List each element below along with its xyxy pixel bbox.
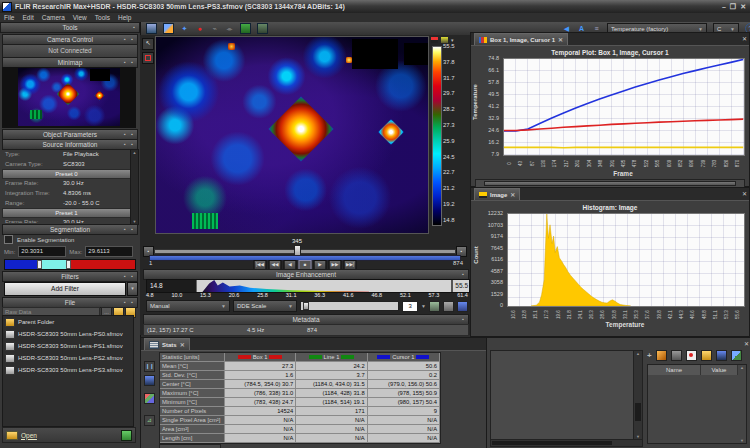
thermal-image[interactable] <box>155 36 429 234</box>
panes-icon[interactable] <box>146 23 157 34</box>
pause-icon[interactable]: ❙❙ <box>144 361 155 372</box>
enhancement-histogram-strip[interactable]: 14.8 55.5 <box>146 279 470 293</box>
edit-pen-icon[interactable] <box>656 350 667 361</box>
chart-export-icon[interactable]: ⊿ <box>144 415 155 426</box>
tab-temporal-plot[interactable]: Box 1, Image, Cursor 1 ✕ <box>474 33 568 45</box>
watch-vscrollbar[interactable]: ▲ ▼ <box>633 350 643 440</box>
filter-size-spinner[interactable]: 3 <box>402 301 418 312</box>
apply-button[interactable] <box>457 301 468 312</box>
filters-header[interactable]: Filters ▪ ▪ <box>2 271 138 282</box>
panel-menu-icon[interactable]: ▪ <box>133 23 137 32</box>
value-column-header[interactable]: Value <box>701 365 738 375</box>
dde-slider[interactable] <box>300 301 399 311</box>
tab-stats[interactable]: Stats ✕ <box>144 338 190 350</box>
menu-item-tools[interactable]: Tools <box>95 14 110 21</box>
record-doc-icon[interactable] <box>686 350 697 361</box>
maximize-button[interactable]: ❒ <box>730 3 736 11</box>
tab-close-icon[interactable]: ✕ <box>180 341 185 348</box>
menu-item-help[interactable]: Help <box>118 14 131 21</box>
lock-icon[interactable] <box>443 301 454 312</box>
menu-item-camera[interactable]: Camera <box>42 14 65 21</box>
file-item[interactable]: HSDR-SC8303 50mm Lens-PS1.sfmov <box>3 340 133 352</box>
stats-hscrollbar[interactable] <box>159 444 221 448</box>
close-button[interactable]: ✕ <box>740 3 746 11</box>
segmentation-max-input[interactable]: 29.6113 <box>85 246 133 257</box>
enhancement-tick-label: 41.6 <box>343 292 354 299</box>
file-item[interactable]: HSDR-SC8303 50mm Lens-PS2.sfmov <box>3 352 133 364</box>
overlay-icon[interactable] <box>240 23 251 34</box>
tag-icon[interactable]: ⌯ <box>225 24 234 33</box>
open-link[interactable]: Open <box>21 432 37 439</box>
panel-menu-icon[interactable]: ▪ <box>462 315 466 324</box>
panel-menu-icon[interactable]: ▪ ▪ <box>124 58 135 67</box>
panel-menu-icon[interactable]: ▪ ▪ <box>124 130 135 139</box>
cursor-tool-icon[interactable]: ↖ <box>142 38 154 50</box>
settings-icon[interactable] <box>671 350 682 361</box>
stats-tab-bar: Stats ✕ <box>141 338 487 351</box>
color-scale-bar[interactable] <box>432 46 442 226</box>
scroll-up-icon[interactable]: ▲ <box>634 351 642 356</box>
panel-menu-icon[interactable]: ▪ ▪ <box>124 272 135 281</box>
file-item[interactable]: HSDR-SC8303 50mm Lens-PS0.sfmov <box>3 328 133 340</box>
add-icon[interactable]: + <box>647 351 652 360</box>
enhancement-high-handle[interactable] <box>451 280 453 292</box>
enhancement-mode-dropdown[interactable]: Manual ▼ <box>146 300 230 312</box>
tab-image-histogram[interactable]: Image ✕ <box>474 188 520 200</box>
layers-icon[interactable] <box>257 23 268 34</box>
scroll-up-icon[interactable]: ▲ <box>738 365 746 375</box>
watch-hscrollbar[interactable] <box>490 439 643 447</box>
refresh-icon[interactable] <box>121 430 132 441</box>
folder-icon[interactable] <box>701 350 712 361</box>
panel-menu-icon[interactable]: ▪ ▪ <box>124 35 135 44</box>
tab-close-icon[interactable]: ✕ <box>510 191 515 198</box>
stats-row-label: Area [cm²] <box>160 425 225 434</box>
panel-menu-icon[interactable]: ▪ <box>462 270 466 279</box>
marker-icon[interactable]: ✦ <box>180 24 189 33</box>
minimap-thermal-image[interactable] <box>18 68 120 126</box>
histogram-button[interactable] <box>429 301 440 312</box>
temporal-plot-area[interactable] <box>503 58 745 156</box>
panel-menu-icon[interactable]: ▪ ▪ <box>124 140 135 149</box>
scrollbar-thumb[interactable] <box>635 403 641 421</box>
chevron-down-icon[interactable]: ▼ <box>421 303 426 309</box>
panel-close-icon[interactable]: ✕ <box>744 340 749 347</box>
roi-box-tool-icon[interactable] <box>142 52 154 64</box>
add-filter-button[interactable]: Add Filter <box>4 282 126 296</box>
camera-icon[interactable]: ⌁ <box>210 24 219 33</box>
segmentation-min-input[interactable]: 20.3031 <box>18 246 66 257</box>
enhancement-high-value[interactable]: 55.5 <box>455 280 468 292</box>
minimize-button[interactable]: – <box>722 3 726 11</box>
record-icon[interactable]: ● <box>195 24 204 33</box>
save-icon[interactable] <box>716 350 727 361</box>
save-icon[interactable] <box>144 375 155 386</box>
image-icon[interactable] <box>163 23 174 34</box>
menu-item-edit[interactable]: Edit <box>22 14 33 21</box>
enable-segmentation-checkbox[interactable] <box>4 235 13 244</box>
panel-close-icon[interactable]: ✕ <box>742 190 747 197</box>
file-item[interactable]: Parent Folder <box>3 316 133 328</box>
dde-slider-thumb[interactable] <box>303 302 309 310</box>
segmentation-range-slider[interactable] <box>4 259 136 270</box>
panel-close-icon[interactable]: ✕ <box>742 35 747 42</box>
enhancement-low-value[interactable]: 14.8 <box>147 280 197 292</box>
segmentation-header[interactable]: Segmentation ▪ ▪ <box>2 224 138 235</box>
frame-slider-track[interactable] <box>154 249 456 254</box>
scroll-down-icon[interactable]: ▼ <box>738 438 746 443</box>
image-export-icon[interactable] <box>731 350 742 361</box>
color-settings-icon[interactable] <box>144 393 155 404</box>
tab-close-icon[interactable]: ✕ <box>558 36 563 43</box>
scroll-up-icon[interactable]: ▲ <box>131 150 138 155</box>
menu-item-view[interactable]: View <box>73 14 87 21</box>
filter-menu-button[interactable]: ▾ <box>127 282 138 296</box>
panel-menu-icon[interactable]: ▪ ▪ <box>124 298 135 307</box>
histogram-plot-area[interactable] <box>507 213 745 307</box>
palette-icon[interactable] <box>431 37 438 43</box>
file-item[interactable]: HSDR-SC8303 50mm Lens-PS3.sfmov <box>3 364 133 376</box>
panel-menu-icon[interactable]: ▪ ▪ <box>124 225 135 234</box>
menu-item-file[interactable]: File <box>4 14 14 21</box>
scale-mode-dropdown[interactable]: DDE Scale ▼ <box>233 300 297 312</box>
tools-panel-header[interactable]: Tools ▪ <box>0 22 140 33</box>
title-bar[interactable]: FLIR ResearchIR Max+HSDR - HSDR-SC8303 5… <box>0 0 750 13</box>
source-info-scrollbar[interactable]: ▲ ▼ <box>130 149 139 225</box>
name-column-header[interactable]: Name <box>648 365 701 375</box>
